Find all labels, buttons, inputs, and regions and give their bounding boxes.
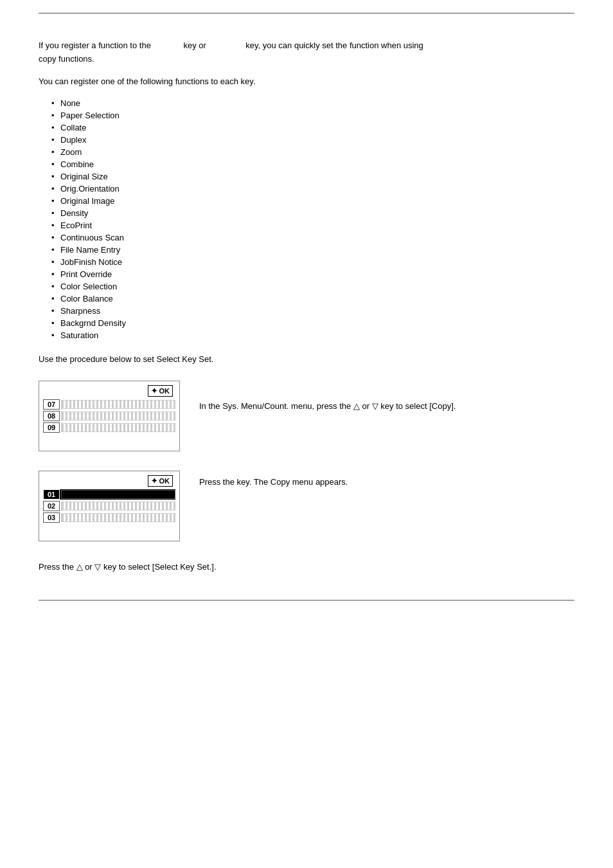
list-item: Collate (51, 122, 574, 134)
list-item: Paper Selection (51, 109, 574, 122)
list-item: File Name Entry (51, 244, 574, 256)
menu-box-1: ✦ OK 07 08 09 (39, 381, 180, 451)
menu-item-01[interactable]: 01 (43, 489, 175, 500)
procedure-section-1: ✦ OK 07 08 09 In the Sys. Menu/Count. me… (39, 381, 574, 451)
ok-button-1[interactable]: ✦ OK (148, 385, 173, 397)
menu-item-08-bar (61, 411, 175, 420)
list-item: Color Selection (51, 280, 574, 293)
list-item: Combine (51, 158, 574, 170)
intro-text-2: key, you can quickly set the function wh… (245, 41, 423, 50)
menu-item-03-box: 03 (43, 512, 60, 523)
list-item: Original Size (51, 170, 574, 183)
list-item: Zoom (51, 146, 574, 158)
menu-item-08[interactable]: 08 (43, 411, 175, 421)
list-item: None (51, 97, 574, 109)
menu-item-03[interactable]: 03 (43, 512, 175, 523)
press-text-2: Press the key. The Copy menu appears. (199, 471, 574, 489)
list-item: EcoPrint (51, 219, 574, 231)
list-item: JobFinish Notice (51, 256, 574, 268)
menu-item-07-box: 07 (43, 399, 60, 410)
menu-item-02[interactable]: 02 (43, 501, 175, 511)
cross-icon-2: ✦ (151, 476, 157, 485)
menu-box-2-header: ✦ OK (43, 475, 175, 487)
bottom-rule (39, 600, 574, 601)
list-item: Original Image (51, 195, 574, 207)
list-item: Color Balance (51, 293, 574, 305)
list-item: Backgrnd Density (51, 317, 574, 329)
intro-text-3: copy functions. (39, 54, 94, 64)
intro-key-or: key or (183, 41, 206, 50)
ok-label-1: OK (159, 387, 170, 395)
ok-button-2[interactable]: ✦ OK (148, 475, 173, 487)
list-item: Saturation (51, 329, 574, 341)
intro-text-1: If you register a function to the (39, 41, 151, 50)
menu-item-02-box: 02 (43, 501, 60, 511)
list-item: Print Override (51, 268, 574, 280)
menu-item-02-bar (61, 502, 175, 511)
side-text-1: In the Sys. Menu/Count. menu, press the … (199, 381, 574, 413)
register-text: You can register one of the following fu… (39, 75, 574, 89)
top-rule (39, 13, 574, 14)
menu-item-07-bar (61, 400, 175, 409)
menu-box-1-header: ✦ OK (43, 385, 175, 397)
page-container: If you register a function to the key or… (0, 0, 613, 620)
menu-item-01-bar (61, 490, 175, 499)
procedure-text: Use the procedure below to set Select Ke… (39, 353, 574, 366)
list-item: Density (51, 207, 574, 219)
menu-item-09-box: 09 (43, 422, 60, 433)
ok-label-2: OK (159, 477, 170, 485)
cross-icon-1: ✦ (151, 386, 157, 395)
menu-item-01-box: 01 (43, 489, 60, 500)
list-item: Continuous Scan (51, 231, 574, 244)
procedure-section-2: ✦ OK 01 02 03 Press the key. The Copy me… (39, 471, 574, 541)
menu-box-2: ✦ OK 01 02 03 (39, 471, 180, 541)
bottom-note: Press the △ or ▽ key to select [Select K… (39, 561, 574, 574)
function-list: NonePaper SelectionCollateDuplexZoomComb… (51, 97, 574, 341)
menu-item-09-bar (61, 423, 175, 432)
menu-item-08-box: 08 (43, 411, 60, 421)
list-item: Sharpness (51, 305, 574, 317)
intro-paragraph: If you register a function to the key or… (39, 39, 574, 66)
list-item: Orig.Orientation (51, 183, 574, 195)
menu-item-03-bar (61, 513, 175, 522)
list-item: Duplex (51, 134, 574, 146)
menu-item-09[interactable]: 09 (43, 422, 175, 433)
menu-item-07[interactable]: 07 (43, 399, 175, 410)
